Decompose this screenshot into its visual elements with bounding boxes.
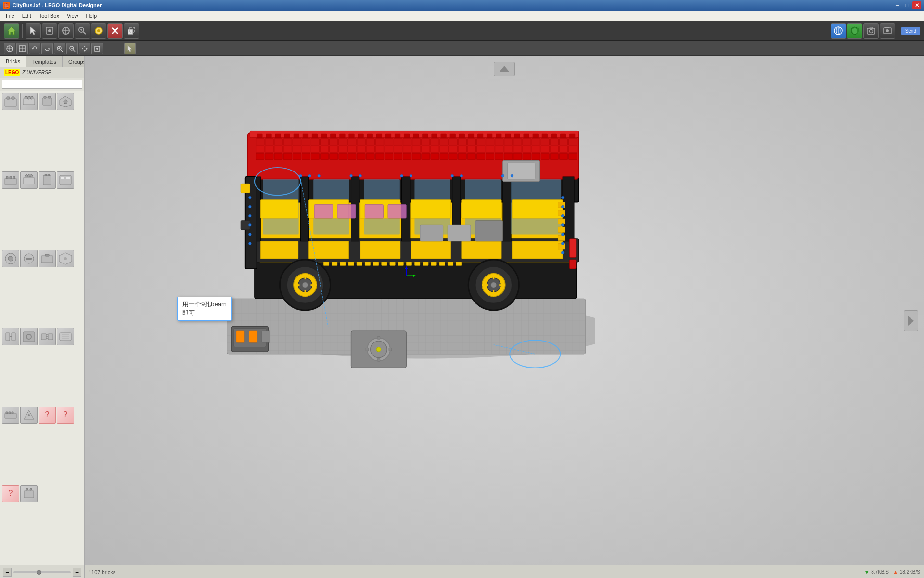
svg-rect-74: [41, 256, 53, 263]
brick-item[interactable]: ?: [38, 407, 56, 424]
view-pan-button[interactable]: [79, 43, 90, 54]
home-button[interactable]: [4, 23, 19, 39]
svg-point-389: [350, 174, 353, 177]
svg-point-397: [561, 196, 564, 199]
clone-tool-button[interactable]: [124, 23, 139, 39]
brick-item[interactable]: [2, 250, 19, 267]
main-toolbar: Send: [0, 21, 924, 41]
tab-groups[interactable]: Groups: [63, 56, 85, 67]
svg-rect-247: [339, 146, 347, 152]
svg-rect-188: [441, 134, 446, 138]
window-controls[interactable]: ─ □ ✕: [893, 1, 921, 9]
brick-item[interactable]: [20, 328, 38, 345]
zoom-tool-button[interactable]: [75, 23, 90, 39]
menu-bar: File Edit Tool Box View Help: [0, 11, 924, 21]
brick-item[interactable]: [2, 93, 19, 110]
svg-rect-423: [249, 331, 257, 342]
search-input[interactable]: [2, 80, 82, 89]
brick-item[interactable]: [20, 93, 38, 110]
brick-item[interactable]: [2, 407, 19, 424]
pointer-tool-button[interactable]: [124, 43, 136, 54]
svg-rect-264: [495, 146, 503, 152]
minimize-button[interactable]: ─: [893, 1, 902, 9]
svg-point-42: [96, 48, 98, 50]
view-front-button[interactable]: [4, 43, 15, 54]
svg-rect-248: [348, 146, 356, 152]
svg-rect-81: [23, 332, 35, 342]
toolbar-right-section: [831, 23, 895, 39]
svg-point-48: [25, 96, 27, 99]
hinge-tool-button[interactable]: [42, 23, 57, 39]
svg-rect-284: [357, 153, 365, 159]
svg-rect-170: [275, 134, 281, 138]
svg-rect-410: [569, 239, 576, 257]
menu-toolbox[interactable]: Tool Box: [35, 12, 63, 20]
brick-item[interactable]: [20, 485, 38, 502]
flex-tool-button[interactable]: [58, 23, 74, 39]
svg-rect-78: [6, 333, 10, 341]
shield-button[interactable]: [847, 23, 862, 39]
menu-help[interactable]: Help: [82, 12, 101, 20]
close-button[interactable]: ✕: [912, 1, 921, 9]
brick-item[interactable]: [38, 250, 56, 267]
paint-tool-button[interactable]: [91, 23, 106, 39]
menu-edit[interactable]: Edit: [18, 12, 35, 20]
main-canvas[interactable]: 用一个9孔beam 即可: [85, 56, 924, 565]
camera-button[interactable]: [863, 23, 879, 39]
panel-search: [0, 78, 84, 91]
svg-point-392: [410, 174, 412, 177]
svg-rect-195: [505, 134, 511, 138]
view-rotate-right-button[interactable]: [41, 43, 53, 54]
view-top-button[interactable]: [16, 43, 28, 54]
menu-view[interactable]: View: [63, 12, 82, 20]
svg-rect-327: [260, 200, 298, 218]
nav-up-button[interactable]: [494, 62, 515, 76]
brick-item[interactable]: [57, 250, 74, 267]
svg-point-394: [460, 174, 463, 177]
screenshot-button[interactable]: [880, 23, 895, 39]
brick-item[interactable]: [2, 171, 19, 189]
select-tool-button[interactable]: [26, 23, 41, 39]
svg-rect-66: [48, 174, 50, 176]
brick-item[interactable]: [38, 93, 56, 110]
tab-templates[interactable]: Templates: [26, 56, 63, 67]
brick-item[interactable]: ?: [57, 407, 74, 424]
view-rotate-left-button[interactable]: [29, 43, 40, 54]
network-button[interactable]: [831, 23, 846, 39]
svg-point-408: [248, 233, 251, 236]
view-zoom-out-button[interactable]: [66, 43, 78, 54]
brick-item[interactable]: [2, 328, 19, 345]
svg-rect-193: [487, 134, 492, 138]
brick-item[interactable]: [20, 407, 38, 424]
svg-rect-203: [256, 139, 264, 145]
view-fit-button[interactable]: [91, 43, 103, 54]
zoom-slider-thumb[interactable]: [37, 570, 41, 575]
svg-rect-56: [5, 178, 16, 185]
svg-rect-199: [542, 134, 547, 138]
brick-item[interactable]: [20, 250, 38, 267]
svg-rect-192: [477, 134, 483, 138]
send-button[interactable]: Send: [901, 27, 920, 35]
brick-item[interactable]: ?: [2, 485, 19, 502]
svg-rect-75: [45, 254, 49, 256]
tab-bricks[interactable]: Bricks: [0, 56, 26, 67]
zoom-in-button[interactable]: +: [73, 568, 81, 577]
lego-brand: LEGO: [4, 69, 20, 76]
brick-item[interactable]: [38, 328, 56, 345]
svg-rect-309: [300, 177, 308, 241]
svg-rect-369: [373, 262, 378, 266]
brick-item[interactable]: [57, 328, 74, 345]
brick-item[interactable]: [57, 93, 74, 110]
status-right: ▼ 8.7KB/S ▲ 18.2KB/S: [864, 569, 920, 576]
brick-item[interactable]: [57, 171, 74, 189]
maximize-button[interactable]: □: [903, 1, 911, 9]
brick-item[interactable]: [20, 171, 38, 189]
nav-right-button[interactable]: [904, 310, 918, 331]
svg-rect-281: [330, 153, 338, 159]
menu-file[interactable]: File: [2, 12, 18, 20]
zoom-out-button[interactable]: −: [3, 568, 12, 577]
delete-tool-button[interactable]: [107, 23, 123, 39]
view-zoom-in-button[interactable]: [54, 43, 65, 54]
svg-rect-240: [274, 146, 282, 152]
brick-item[interactable]: [38, 171, 56, 189]
